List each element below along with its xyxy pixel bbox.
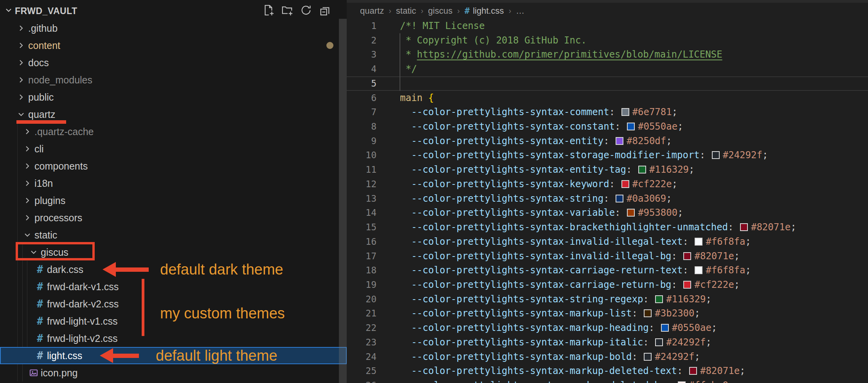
line-number: 24 — [347, 350, 376, 364]
breadcrumb-item[interactable]: quartz — [360, 6, 384, 16]
css-value-token: #0550ae — [672, 322, 711, 333]
css-property-token: --color-prettylights-syntax-storage-modi… — [411, 150, 700, 161]
tree-item-label: .github — [28, 23, 58, 34]
sidebar-scrollbar[interactable] — [339, 19, 347, 383]
tree-folder-docs[interactable]: docs — [0, 54, 347, 71]
chevron-down-icon — [23, 230, 32, 240]
color-swatch[interactable] — [644, 309, 652, 317]
code-line-6: 6main { — [347, 91, 868, 105]
code-line-17: 17 --color-prettylights-syntax-invalid-i… — [347, 249, 868, 264]
color-swatch[interactable] — [683, 281, 691, 289]
license-link[interactable]: https://github.com/primer/primitives/blo… — [417, 49, 722, 60]
code-line-20: 20 --color-prettylights-syntax-string-re… — [347, 292, 868, 307]
breadcrumb-item[interactable]: static — [396, 6, 416, 16]
tree-folder--github[interactable]: .github — [0, 20, 347, 37]
tree-file-frwd-dark-v2-css[interactable]: #frwd-dark-v2.css — [0, 295, 347, 313]
color-swatch[interactable] — [695, 238, 702, 246]
tree-folder-quartz[interactable]: quartz — [0, 106, 347, 123]
refresh-icon[interactable] — [300, 4, 312, 16]
color-swatch[interactable] — [712, 151, 720, 159]
tree-folder-giscus[interactable]: giscus — [0, 244, 347, 261]
collapse-all-icon[interactable] — [319, 4, 331, 16]
code-line-1: 1/*! MIT License — [347, 19, 868, 33]
css-value-token: #82071e — [751, 222, 791, 233]
line-number: 7 — [347, 105, 376, 119]
css-value-token: #24292f — [666, 337, 706, 348]
css-value-token: #8250df — [627, 135, 666, 146]
tree-file-frwd-light-v2-css[interactable]: #frwd-light-v2.css — [0, 330, 347, 347]
color-swatch[interactable] — [695, 266, 702, 274]
line-number: 1 — [347, 19, 376, 33]
tree-folder--quartz-cache[interactable]: .quartz-cache — [0, 123, 347, 140]
code-line-8: 8 --color-prettylights-syntax-constant: … — [347, 119, 868, 134]
new-folder-icon[interactable] — [281, 4, 294, 16]
css-value-token: #24292f — [723, 150, 762, 161]
breadcrumb-item[interactable]: light.css — [473, 6, 504, 16]
code-line-12: 12 --color-prettylights-syntax-keyword: … — [347, 177, 868, 192]
tree-folder-processors[interactable]: processors — [0, 209, 347, 226]
code-area[interactable]: 1/*! MIT License2 * Copyright (c) 2018 G… — [347, 19, 868, 383]
chevron-right-icon — [23, 179, 32, 188]
code-line-26: 26 --color-prettylights-syntax-markup-de… — [347, 378, 868, 383]
color-swatch[interactable] — [627, 123, 635, 130]
tree-folder-content[interactable]: content — [0, 37, 347, 54]
line-number: 22 — [347, 321, 376, 335]
color-swatch[interactable] — [655, 295, 663, 303]
line-number: 17 — [347, 249, 376, 264]
tree-folder-static[interactable]: static — [0, 226, 347, 244]
css-file-icon: # — [35, 298, 45, 310]
line-number: 26 — [347, 378, 376, 383]
tree-folder-cli[interactable]: cli — [0, 140, 347, 157]
tree-file-icon-png[interactable]: icon.png — [0, 364, 347, 381]
color-swatch[interactable] — [644, 353, 652, 361]
code-line-7: 7 --color-prettylights-syntax-comment: #… — [347, 105, 868, 119]
color-swatch[interactable] — [638, 166, 646, 173]
css-value-token: #6e7781 — [632, 107, 672, 117]
chevron-right-icon — [23, 161, 32, 171]
tree-item-label: frwd-dark-v1.css — [47, 281, 119, 293]
color-swatch[interactable] — [661, 324, 669, 332]
breadcrumb-item[interactable]: giscus — [428, 6, 452, 16]
vscode-window: FRWD_VAULT — [0, 0, 868, 383]
tree-item-label: frwd-light-v2.css — [47, 333, 118, 344]
tree-folder-components[interactable]: components — [0, 157, 347, 175]
css-file-icon: # — [35, 264, 45, 275]
breadcrumb-item[interactable]: … — [516, 6, 524, 16]
new-file-icon[interactable] — [262, 4, 275, 16]
css-file-icon: # — [35, 332, 45, 344]
color-swatch[interactable] — [689, 367, 697, 375]
line-number: 20 — [347, 292, 376, 307]
tree-folder-public[interactable]: public — [0, 89, 347, 106]
color-swatch[interactable] — [627, 209, 635, 217]
color-swatch[interactable] — [740, 223, 748, 231]
css-property-token: --color-prettylights-syntax-brackethighl… — [411, 222, 728, 233]
css-file-icon: # — [35, 281, 45, 293]
tree-item-label: content — [28, 40, 60, 51]
color-swatch[interactable] — [678, 381, 686, 383]
tree-file-dark-css[interactable]: #dark.css — [0, 261, 347, 278]
tree-item-label: light.css — [47, 350, 82, 361]
tree-folder-node-modules[interactable]: node_modules — [0, 71, 347, 89]
tree-folder-i18n[interactable]: i18n — [0, 175, 347, 192]
chevron-down-icon — [4, 5, 13, 16]
editor-pane[interactable]: quartz›static›giscus›#light.css›… 1/*! M… — [347, 0, 868, 383]
line-number: 14 — [347, 206, 376, 220]
tree-file-frwd-dark-v1-css[interactable]: #frwd-dark-v1.css — [0, 278, 347, 295]
tree-file-light-css[interactable]: #light.css — [0, 347, 347, 364]
tree-folder-plugins[interactable]: plugins — [0, 192, 347, 209]
color-swatch[interactable] — [616, 195, 623, 202]
css-property-token: --color-prettylights-syntax-string — [411, 193, 603, 204]
color-swatch[interactable] — [621, 108, 629, 116]
color-swatch[interactable] — [683, 252, 691, 260]
code-line-14: 14 --color-prettylights-syntax-variable:… — [347, 206, 868, 220]
image-file-icon — [29, 368, 38, 378]
css-value-token: #0a3069 — [627, 193, 666, 204]
color-swatch[interactable] — [616, 137, 623, 145]
tree-file-frwd-light-v1-css[interactable]: #frwd-light-v1.css — [0, 313, 347, 330]
code-line-21: 21 --color-prettylights-syntax-markup-li… — [347, 306, 868, 321]
color-swatch[interactable] — [655, 338, 663, 346]
tree-item-label: quartz — [28, 109, 55, 120]
color-swatch[interactable] — [621, 180, 629, 188]
css-value-token: #116329 — [649, 164, 689, 175]
css-property-token: --color-prettylights-syntax-invalid-ille… — [411, 236, 683, 247]
